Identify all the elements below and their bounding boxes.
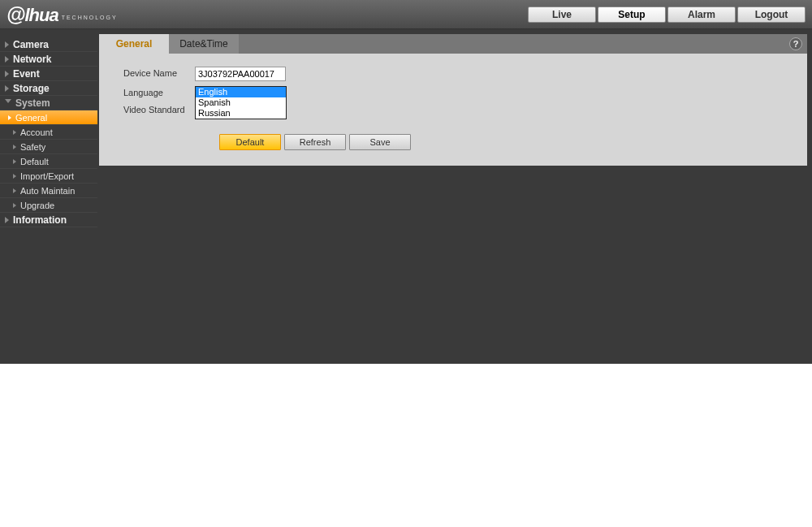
nav-logout[interactable]: Logout: [737, 6, 806, 23]
refresh-button[interactable]: Refresh: [284, 134, 346, 150]
language-option-english[interactable]: English: [196, 87, 286, 97]
sidebar-sub-label: Auto Maintain: [20, 186, 75, 196]
sidebar-sub-default[interactable]: Default: [0, 154, 97, 169]
brand-logo: @lhua TECHNOLOGY: [6, 3, 118, 26]
main-area: Camera Network Event Storage System Gene…: [0, 29, 812, 364]
sidebar-sub-auto-maintain[interactable]: Auto Maintain: [0, 184, 97, 198]
sidebar-sub-label: Default: [20, 157, 49, 166]
sidebar-sub-safety[interactable]: Safety: [0, 140, 97, 154]
sidebar-item-camera[interactable]: Camera: [0, 37, 97, 52]
chevron-right-icon: [5, 56, 9, 63]
nav-setup[interactable]: Setup: [598, 6, 666, 23]
sidebar: Camera Network Event Storage System Gene…: [0, 29, 97, 364]
label-language: Language: [123, 86, 195, 97]
tab-general[interactable]: General: [99, 34, 169, 54]
chevron-down-icon: [5, 99, 11, 106]
chevron-right-icon: [13, 203, 16, 208]
sidebar-sub-upgrade[interactable]: Upgrade: [0, 198, 97, 213]
content-tabs: General Date&Time ?: [99, 34, 807, 54]
logo-text: lhua: [24, 5, 58, 26]
sidebar-label: Information: [13, 214, 67, 226]
sidebar-label: Event: [13, 68, 40, 80]
row-device-name: Device Name: [123, 67, 807, 83]
form-body: Device Name Language English Spanish Rus…: [99, 54, 807, 150]
content-panel: General Date&Time ? Device Name Language…: [99, 34, 807, 166]
sidebar-sub-import-export[interactable]: Import/Export: [0, 169, 97, 184]
sidebar-sub-label: General: [15, 113, 47, 123]
language-option-russian[interactable]: Russian: [196, 108, 286, 119]
sidebar-sub-label: Upgrade: [20, 201, 54, 210]
language-select-list[interactable]: English Spanish Russian: [195, 86, 287, 119]
sidebar-sub-label: Safety: [20, 142, 45, 152]
label-video-standard: Video Standard: [123, 103, 195, 114]
sidebar-item-information[interactable]: Information: [0, 213, 97, 227]
sidebar-label: Camera: [13, 39, 49, 50]
chevron-right-icon: [5, 71, 9, 77]
content-below-fill: [99, 166, 807, 361]
default-button[interactable]: Default: [219, 134, 281, 150]
sidebar-label: Network: [13, 54, 51, 65]
sidebar-sub-label: Account: [20, 127, 53, 137]
chevron-right-icon: [5, 85, 9, 92]
sidebar-item-storage[interactable]: Storage: [0, 81, 97, 96]
chevron-right-icon: [5, 217, 9, 223]
save-button[interactable]: Save: [349, 134, 411, 150]
chevron-right-icon: [8, 115, 11, 120]
chevron-right-icon: [13, 145, 16, 149]
chevron-right-icon: [13, 174, 16, 179]
sidebar-item-system[interactable]: System: [0, 96, 97, 110]
nav-live[interactable]: Live: [528, 6, 596, 23]
tab-datetime[interactable]: Date&Time: [169, 34, 239, 54]
label-device-name: Device Name: [123, 67, 195, 78]
chevron-right-icon: [13, 188, 16, 193]
sidebar-sub-general[interactable]: General: [0, 110, 97, 125]
tab-bar-rest: ?: [239, 34, 807, 54]
chevron-right-icon: [5, 41, 9, 48]
help-icon[interactable]: ?: [789, 37, 802, 50]
input-device-name[interactable]: [195, 67, 286, 81]
content-wrapper: General Date&Time ? Device Name Language…: [97, 29, 812, 364]
sidebar-item-network[interactable]: Network: [0, 52, 97, 67]
sidebar-label: System: [15, 97, 50, 109]
nav-alarm[interactable]: Alarm: [667, 6, 736, 23]
header-bar: @lhua TECHNOLOGY Live Setup Alarm Logout: [0, 0, 812, 29]
sidebar-sub-account[interactable]: Account: [0, 125, 97, 140]
button-row: Default Refresh Save: [219, 134, 807, 150]
main-nav: Live Setup Alarm Logout: [528, 6, 806, 23]
chevron-right-icon: [13, 159, 16, 164]
logo-subtext: TECHNOLOGY: [62, 15, 118, 20]
sidebar-item-event[interactable]: Event: [0, 67, 97, 81]
language-option-spanish[interactable]: Spanish: [196, 97, 286, 108]
sidebar-sub-label: Import/Export: [20, 171, 74, 181]
sidebar-label: Storage: [13, 83, 50, 94]
chevron-right-icon: [13, 130, 16, 135]
logo-at-symbol: @: [6, 3, 24, 26]
